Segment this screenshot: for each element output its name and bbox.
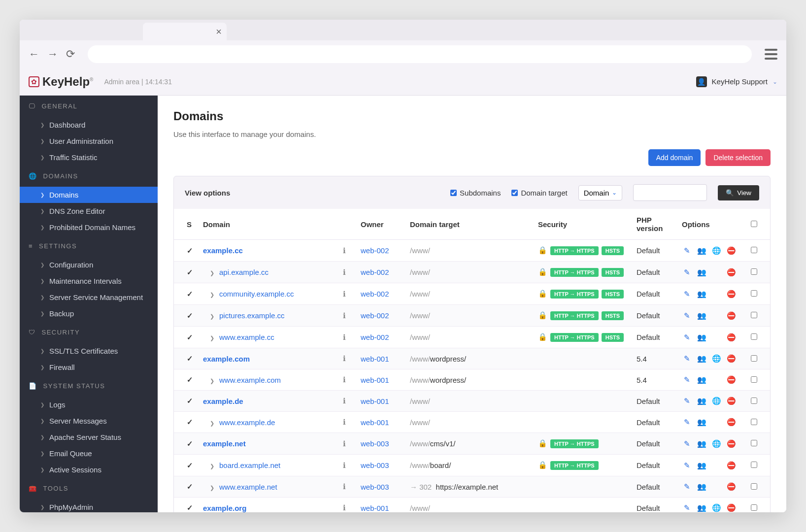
- owner-link[interactable]: web-002: [361, 268, 389, 276]
- owner-link[interactable]: web-002: [361, 311, 389, 320]
- edit-icon[interactable]: ✎: [682, 268, 692, 277]
- sidebar-item-phpmyadmin[interactable]: ❯PhpMyAdmin: [20, 499, 158, 512]
- edit-icon[interactable]: ✎: [682, 375, 692, 384]
- row-checkbox[interactable]: [751, 440, 757, 446]
- domain-target-checkbox[interactable]: Domain target: [511, 189, 567, 197]
- sidebar-item-maintenance-intervals[interactable]: ❯Maintenance Intervals: [20, 273, 158, 289]
- url-input[interactable]: [88, 45, 752, 63]
- row-checkbox[interactable]: [751, 290, 757, 297]
- info-icon[interactable]: ℹ: [343, 354, 346, 363]
- edit-icon[interactable]: ✎: [682, 397, 692, 405]
- info-icon[interactable]: ℹ: [343, 439, 346, 448]
- search-input[interactable]: [633, 184, 707, 201]
- info-icon[interactable]: ℹ: [343, 290, 346, 298]
- row-checkbox[interactable]: [751, 398, 757, 404]
- owner-link[interactable]: web-003: [361, 439, 389, 448]
- remove-icon[interactable]: ⛔: [726, 418, 736, 427]
- domain-link[interactable]: api.example.cc: [219, 268, 269, 276]
- globe-icon[interactable]: 🌐: [711, 397, 721, 405]
- user-settings-icon[interactable]: 👥: [697, 439, 706, 448]
- sidebar-item-prohibited-domain-names[interactable]: ❯Prohibited Domain Names: [20, 219, 158, 235]
- owner-link[interactable]: web-002: [361, 290, 389, 298]
- owner-link[interactable]: web-002: [361, 333, 389, 341]
- view-button[interactable]: 🔍View: [718, 185, 759, 200]
- user-settings-icon[interactable]: 👥: [697, 461, 706, 470]
- info-icon[interactable]: ℹ: [343, 482, 346, 491]
- owner-link[interactable]: web-002: [361, 246, 389, 255]
- row-checkbox[interactable]: [751, 483, 757, 490]
- close-icon[interactable]: ×: [216, 27, 222, 36]
- user-settings-icon[interactable]: 👥: [697, 290, 706, 299]
- domain-link[interactable]: board.example.net: [219, 461, 280, 469]
- edit-icon[interactable]: ✎: [682, 503, 692, 512]
- user-settings-icon[interactable]: 👥: [697, 375, 706, 384]
- remove-icon[interactable]: ⛔: [726, 354, 736, 363]
- globe-icon[interactable]: 🌐: [711, 354, 721, 363]
- edit-icon[interactable]: ✎: [682, 290, 692, 299]
- sidebar-item-domains[interactable]: ❯Domains: [20, 187, 158, 203]
- user-settings-icon[interactable]: 👥: [697, 246, 706, 255]
- user-menu[interactable]: 👤 KeyHelp Support ⌄: [696, 76, 777, 87]
- user-settings-icon[interactable]: 👥: [697, 333, 706, 342]
- domain-link[interactable]: www.example.net: [219, 483, 277, 491]
- sidebar-item-email-queue[interactable]: ❯Email Queue: [20, 445, 158, 462]
- edit-icon[interactable]: ✎: [682, 418, 692, 427]
- domain-link[interactable]: example.com: [203, 355, 250, 363]
- sidebar-item-dashboard[interactable]: ❯Dashboard: [20, 117, 158, 133]
- owner-link[interactable]: web-001: [361, 397, 389, 405]
- owner-link[interactable]: web-001: [361, 376, 389, 384]
- col-target[interactable]: Domain target: [405, 209, 533, 240]
- sidebar-item-dns-zone-editor[interactable]: ❯DNS Zone Editor: [20, 203, 158, 219]
- edit-icon[interactable]: ✎: [682, 482, 692, 491]
- reload-icon[interactable]: ⟳: [66, 48, 75, 61]
- add-domain-button[interactable]: Add domain: [648, 149, 701, 166]
- row-checkbox[interactable]: [751, 333, 757, 340]
- forward-icon[interactable]: →: [47, 48, 58, 61]
- remove-icon[interactable]: ⛔: [726, 268, 736, 277]
- domain-link[interactable]: pictures.example.cc: [219, 311, 285, 320]
- remove-icon[interactable]: ⛔: [726, 397, 736, 405]
- info-icon[interactable]: ℹ: [343, 246, 346, 255]
- select-all-checkbox[interactable]: [751, 221, 757, 227]
- globe-icon[interactable]: 🌐: [711, 503, 721, 512]
- sidebar-item-ssl-tls-certificates[interactable]: ❯SSL/TLS Certificates: [20, 343, 158, 359]
- user-settings-icon[interactable]: 👥: [697, 418, 706, 427]
- edit-icon[interactable]: ✎: [682, 333, 692, 342]
- col-domain[interactable]: Domain: [198, 209, 338, 240]
- remove-icon[interactable]: ⛔: [726, 311, 736, 320]
- owner-link[interactable]: web-001: [361, 504, 389, 512]
- col-php[interactable]: PHP version: [632, 209, 677, 240]
- row-checkbox[interactable]: [751, 355, 757, 362]
- row-checkbox[interactable]: [751, 504, 757, 511]
- col-status[interactable]: S: [174, 209, 198, 240]
- row-checkbox[interactable]: [751, 247, 757, 253]
- info-icon[interactable]: ℹ: [343, 461, 346, 469]
- remove-icon[interactable]: ⛔: [726, 439, 736, 448]
- row-checkbox[interactable]: [751, 312, 757, 318]
- domain-link[interactable]: example.org: [203, 504, 246, 512]
- row-checkbox[interactable]: [751, 419, 757, 425]
- logo[interactable]: ✿ KeyHelp®: [29, 75, 93, 89]
- remove-icon[interactable]: ⛔: [726, 461, 736, 470]
- owner-link[interactable]: web-001: [361, 418, 389, 427]
- sidebar-item-server-service-management[interactable]: ❯Server Service Management: [20, 289, 158, 305]
- owner-link[interactable]: web-001: [361, 355, 389, 363]
- browser-tab[interactable]: ×: [143, 23, 227, 40]
- sidebar-item-traffic-statistic[interactable]: ❯Traffic Statistic: [20, 149, 158, 166]
- sidebar-item-logs[interactable]: ❯Logs: [20, 397, 158, 413]
- info-icon[interactable]: ℹ: [343, 418, 346, 426]
- domain-link[interactable]: www.example.cc: [219, 333, 274, 341]
- info-icon[interactable]: ℹ: [343, 333, 346, 341]
- edit-icon[interactable]: ✎: [682, 439, 692, 448]
- browser-menu-icon[interactable]: [765, 49, 777, 60]
- info-icon[interactable]: ℹ: [343, 397, 346, 405]
- user-settings-icon[interactable]: 👥: [697, 311, 706, 320]
- sidebar-item-apache-server-status[interactable]: ❯Apache Server Status: [20, 429, 158, 445]
- col-security[interactable]: Security: [533, 209, 632, 240]
- info-icon[interactable]: ℹ: [343, 375, 346, 384]
- globe-icon[interactable]: 🌐: [711, 439, 721, 448]
- domain-link[interactable]: example.de: [203, 397, 243, 405]
- info-icon[interactable]: ℹ: [343, 311, 346, 320]
- sidebar-item-firewall[interactable]: ❯Firewall: [20, 359, 158, 375]
- domain-link[interactable]: community.example.cc: [219, 290, 294, 298]
